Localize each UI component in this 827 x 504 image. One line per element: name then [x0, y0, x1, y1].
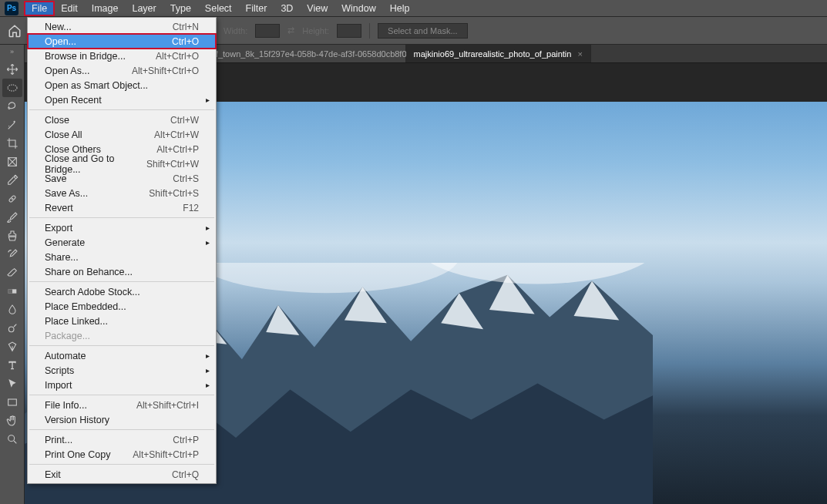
tool-healing[interactable]: [2, 190, 22, 208]
menu-item-exit[interactable]: ExitCtrl+Q: [28, 467, 216, 482]
menu-shortcut: Alt+Ctrl+O: [156, 51, 199, 62]
menu-item-open[interactable]: Open...Ctrl+O: [28, 34, 216, 49]
menu-item-label: Import: [45, 380, 72, 391]
tool-lasso[interactable]: [2, 97, 22, 116]
menu-item-scripts[interactable]: Scripts: [28, 363, 216, 378]
menu-shortcut: Shift+Ctrl+S: [149, 188, 199, 199]
menu-item-label: Revert: [45, 203, 73, 213]
close-icon[interactable]: ×: [577, 49, 582, 59]
svg-point-7: [8, 435, 14, 442]
tool-marquee-ellipse[interactable]: [2, 79, 22, 97]
menu-shortcut: Alt+Ctrl+P: [156, 144, 199, 155]
menu-item-automate[interactable]: Automate: [28, 348, 216, 363]
menu-edit[interactable]: Edit: [54, 2, 85, 15]
menu-separator: [29, 281, 214, 282]
height-label: Height:: [302, 26, 329, 35]
menu-item-label: Package...: [45, 331, 90, 341]
menu-item-close-all[interactable]: Close AllAlt+Ctrl+W: [28, 127, 216, 142]
menu-item-label: Save As...: [45, 188, 88, 199]
tool-path-select[interactable]: [2, 375, 22, 393]
home-icon[interactable]: [8, 24, 22, 38]
menu-item-label: Version History: [45, 415, 109, 425]
menu-item-save-as[interactable]: Save As...Shift+Ctrl+S: [28, 186, 216, 200]
menu-item-label: Print One Copy: [45, 449, 110, 460]
menu-layer[interactable]: Layer: [125, 2, 163, 15]
menu-item-place-embedded[interactable]: Place Embedded...: [28, 299, 216, 314]
menu-type[interactable]: Type: [163, 2, 198, 15]
menu-item-place-linked[interactable]: Place Linked...: [28, 314, 216, 328]
svg-point-9: [193, 263, 459, 293]
menu-help[interactable]: Help: [383, 2, 417, 15]
document-tab[interactable]: majkinio69_ultrarealistic_photo_of_paint…: [406, 45, 591, 62]
menu-window[interactable]: Window: [334, 2, 382, 15]
file-menu-dropdown: New...Ctrl+NOpen...Ctrl+OBrowse in Bridg…: [27, 17, 217, 484]
menu-item-label: Scripts: [45, 365, 74, 376]
tool-eraser[interactable]: [2, 264, 22, 282]
tool-blur[interactable]: [2, 301, 22, 319]
menu-shortcut: Shift+Ctrl+W: [146, 159, 199, 170]
menu-item-file-info[interactable]: File Info...Alt+Shift+Ctrl+I: [28, 398, 216, 412]
tool-dodge[interactable]: [2, 319, 22, 338]
tools-panel: »: [0, 45, 25, 504]
tool-magic-wand[interactable]: [2, 116, 22, 134]
menu-item-import[interactable]: Import: [28, 378, 216, 392]
menu-item-label: Export: [45, 223, 72, 234]
menu-item-label: File Info...: [45, 400, 87, 411]
menu-image[interactable]: Image: [85, 2, 126, 15]
menu-view[interactable]: View: [300, 2, 334, 15]
tool-frame[interactable]: [2, 153, 22, 171]
menu-item-label: Save: [45, 173, 67, 184]
menu-item-new[interactable]: New...Ctrl+N: [28, 19, 216, 34]
menu-3d[interactable]: 3D: [274, 2, 300, 15]
menu-item-search-adobe-stock[interactable]: Search Adobe Stock...: [28, 284, 216, 299]
tool-brush[interactable]: [2, 208, 22, 227]
menu-shortcut: Alt+Shift+Ctrl+P: [133, 449, 199, 460]
menu-shortcut: Ctrl+P: [173, 435, 199, 445]
menu-item-label: Open As...: [45, 66, 89, 76]
tool-rectangle[interactable]: [2, 393, 22, 412]
menu-item-label: Share on Behance...: [45, 267, 133, 277]
tool-move[interactable]: [2, 60, 22, 79]
select-and-mask-button[interactable]: Select and Mask...: [378, 23, 468, 39]
menu-item-version-history[interactable]: Version History: [28, 412, 216, 427]
menu-item-print-one-copy[interactable]: Print One CopyAlt+Shift+Ctrl+P: [28, 447, 216, 462]
tool-gradient[interactable]: [2, 282, 22, 301]
tool-crop[interactable]: [2, 134, 22, 153]
menu-item-generate[interactable]: Generate: [28, 235, 216, 250]
tool-clone[interactable]: [2, 227, 22, 245]
menu-item-open-recent[interactable]: Open Recent: [28, 92, 216, 107]
menu-select[interactable]: Select: [198, 2, 239, 15]
svg-point-5: [8, 327, 14, 332]
menu-file[interactable]: File: [25, 2, 54, 15]
menu-item-label: Print...: [45, 435, 72, 445]
separator: [369, 23, 370, 39]
menu-item-close[interactable]: CloseCtrl+W: [28, 113, 216, 127]
menu-shortcut: Alt+Ctrl+W: [154, 129, 199, 140]
menu-item-package: Package...: [28, 328, 216, 343]
menu-item-open-as-smart-object[interactable]: Open as Smart Object...: [28, 78, 216, 92]
menu-separator: [29, 109, 214, 110]
menu-filter[interactable]: Filter: [239, 2, 274, 15]
menu-item-label: Exit: [45, 469, 61, 480]
menu-item-share[interactable]: Share...: [28, 250, 216, 264]
tool-zoom[interactable]: [2, 430, 22, 449]
menu-item-label: Open as Smart Object...: [45, 80, 148, 91]
tool-history-brush[interactable]: [2, 245, 22, 264]
menu-separator: [29, 217, 214, 218]
tool-hand[interactable]: [2, 412, 22, 430]
menu-shortcut: Ctrl+Q: [172, 469, 199, 480]
tool-eyedropper[interactable]: [2, 171, 22, 190]
menu-item-browse-in-bridge[interactable]: Browse in Bridge...Alt+Ctrl+O: [28, 49, 216, 63]
menu-item-export[interactable]: Export: [28, 220, 216, 235]
menu-item-label: Place Linked...: [45, 316, 108, 327]
menu-item-share-on-behance[interactable]: Share on Behance...: [28, 264, 216, 279]
menu-item-open-as[interactable]: Open As...Alt+Shift+Ctrl+O: [28, 63, 216, 78]
menu-shortcut: Alt+Shift+Ctrl+O: [132, 66, 199, 76]
menu-item-print[interactable]: Print...Ctrl+P: [28, 432, 216, 447]
menu-item-close-and-go-to-bridge[interactable]: Close and Go to Bridge...Shift+Ctrl+W: [28, 156, 216, 171]
tool-type[interactable]: [2, 356, 22, 375]
menu-item-save[interactable]: SaveCtrl+S: [28, 171, 216, 186]
menu-item-revert[interactable]: RevertF12: [28, 200, 216, 215]
tool-pen[interactable]: [2, 338, 22, 356]
collapse-icon[interactable]: »: [10, 48, 14, 55]
